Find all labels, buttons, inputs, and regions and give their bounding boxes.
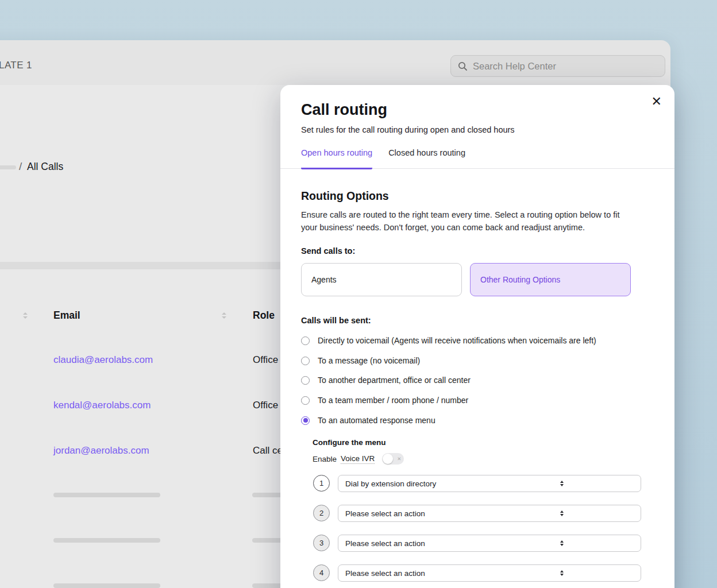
tab-closed-hours-routing[interactable]: Closed hours routing [388, 148, 465, 169]
breadcrumb-skeleton [0, 165, 16, 169]
modal-subtitle: Set rules for the call routing during op… [301, 125, 515, 134]
table-row-email-link[interactable]: kendal@aerolabs.com [53, 400, 151, 411]
radio-team-member[interactable]: To a team member / room phone / number [301, 396, 468, 405]
send-option-agents-button[interactable]: Agents [301, 263, 462, 296]
enable-voice-ivr-row: Enable Voice IVR ✕ [313, 453, 404, 465]
search-icon [458, 61, 468, 71]
send-calls-label: Send calls to: [301, 246, 355, 256]
radio-icon [301, 376, 310, 385]
search-placeholder: Search Help Center [473, 61, 556, 72]
menu-number-badge: 2 [313, 505, 330, 521]
call-routing-modal: ✕ Call routing Set rules for the call ro… [280, 85, 674, 588]
radio-icon [301, 396, 310, 405]
toggle-x-icon: ✕ [397, 455, 401, 462]
close-icon[interactable]: ✕ [652, 95, 662, 108]
radio-icon [301, 357, 310, 365]
menu-number-badge: 3 [313, 535, 330, 551]
sort-icon-email[interactable] [23, 312, 28, 319]
row-skeleton [53, 538, 160, 543]
table-row-email-link[interactable]: claudia@aerolabs.com [53, 354, 153, 366]
breadcrumb-current[interactable]: All Calls [27, 161, 63, 173]
menu-action-select-3[interactable]: Please select an action [338, 535, 641, 552]
voice-ivr-toggle[interactable]: ✕ [382, 453, 404, 465]
menu-action-select-4[interactable]: Please select an action [338, 564, 641, 582]
select-updown-icon [489, 540, 634, 546]
row-skeleton [53, 493, 160, 497]
column-header-role[interactable]: Role [253, 310, 275, 322]
voice-ivr-term[interactable]: Voice IVR [341, 454, 375, 464]
search-input[interactable]: Search Help Center [450, 55, 665, 77]
template-label: EMPLATE 1 [0, 60, 32, 71]
select-updown-icon [489, 481, 634, 486]
radio-automated-response-menu[interactable]: To an automated response menu [301, 416, 435, 425]
radio-to-a-message[interactable]: To a message (no voicemail) [301, 356, 420, 365]
menu-number-badge: 1 [313, 475, 330, 492]
menu-number-badge: 4 [313, 564, 330, 581]
enable-label: Enable [313, 455, 337, 463]
configure-menu-heading: Configure the menu [313, 438, 386, 447]
row-skeleton [53, 583, 160, 588]
radio-icon-selected [301, 416, 310, 425]
sort-icon-role[interactable] [222, 312, 226, 319]
screen: EMPLATE 1 Search Help Center / All Calls… [0, 0, 717, 588]
radio-directly-to-voicemail[interactable]: Directly to voicemail (Agents will recei… [301, 336, 596, 345]
tab-open-hours-routing[interactable]: Open hours routing [301, 148, 372, 169]
column-header-email[interactable]: Email [53, 310, 80, 322]
table-row-email-link[interactable]: jordan@aerolabs.com [53, 445, 149, 457]
modal-title: Call routing [301, 101, 387, 119]
toggle-knob [383, 454, 393, 464]
menu-action-select-2[interactable]: Please select an action [338, 505, 641, 522]
routing-options-heading: Routing Options [301, 189, 389, 203]
send-option-other-routing-button[interactable]: Other Routing Options [470, 263, 631, 296]
menu-action-select-1[interactable]: Dial by extension directory [338, 475, 641, 492]
table-row-role: Office [253, 354, 278, 366]
table-row-role: Office [253, 400, 278, 411]
radio-another-department[interactable]: To another department, office or call ce… [301, 376, 471, 385]
select-updown-icon [489, 510, 634, 516]
radio-icon [301, 336, 310, 345]
select-updown-icon [489, 570, 634, 576]
breadcrumb-separator: / [19, 160, 22, 173]
modal-tabs: Open hours routing Closed hours routing [280, 148, 674, 169]
routing-options-description: Ensure calls are routed to the right tea… [301, 209, 631, 234]
calls-sent-label: Calls will be sent: [301, 316, 371, 325]
